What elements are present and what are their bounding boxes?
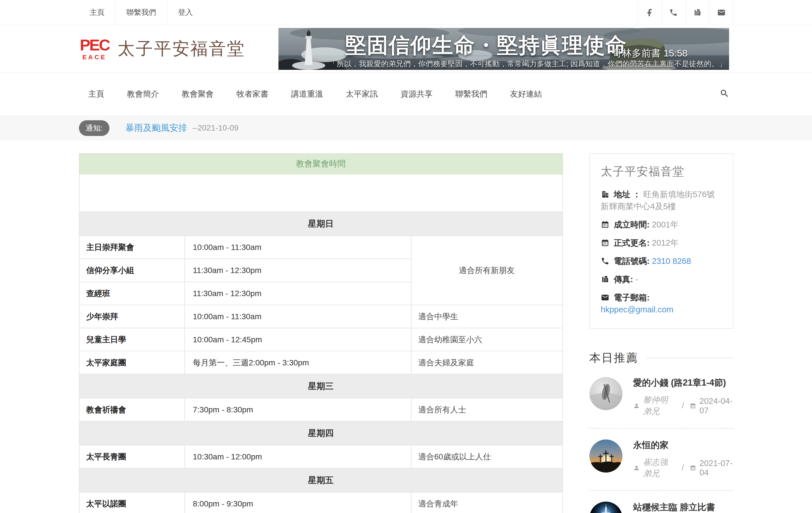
meeting-name: 太平以諾團 xyxy=(79,492,185,513)
recommend-item-author: 黎仲明弟兄 xyxy=(643,394,676,417)
utility-link-contact[interactable]: 聯繫我們 xyxy=(115,0,167,25)
table-row: 太平家庭團 每月第一、三週2:00pm - 3:30pm 適合夫婦及家庭 xyxy=(79,351,562,374)
meeting-note: 適合所有人士 xyxy=(411,398,562,421)
table-spacer-row xyxy=(79,174,562,212)
recommend-item-meta: 崔志強弟兄 / 2021-07-04 xyxy=(633,457,733,479)
recommend-item-body: 站穩候主臨 腓立比書3:17-4：1 孫肇皿弟兄 / 2024-01-14 xyxy=(633,502,733,513)
day-header-sunday: 星期日 xyxy=(79,212,562,236)
nav-item-contact[interactable]: 聯繫我們 xyxy=(444,89,499,99)
site-title: 太子平安福音堂 xyxy=(118,37,245,60)
table-row: 教會祈禱會 7:30pm - 8:30pm 適合所有人士 xyxy=(79,398,562,421)
fax-icon[interactable] xyxy=(686,0,709,25)
notice-badge: 通知: xyxy=(79,120,110,136)
recommend-thumbnail-crosses[interactable] xyxy=(589,439,622,473)
banner-verse: 「所以，我親愛的弟兄們，你們務要堅固，不可搖動，常常竭力多做主工; 因爲知道，你… xyxy=(329,59,726,69)
nav-item-news[interactable]: 太平家訊 xyxy=(335,89,389,99)
notice-date: --2021-10-09 xyxy=(193,123,238,133)
table-row: 太平以諾團 8:00pm - 9:30pm 適合青成年 xyxy=(79,492,562,513)
email-icon[interactable] xyxy=(709,0,733,25)
notice-link[interactable]: 暴雨及颱風安排 xyxy=(125,122,187,134)
church-info-card: 太子平安福音堂 地址 ： 旺角新填地街576號新輝商業中心4及5樓 成立時間: … xyxy=(589,153,733,329)
recommend-list: 愛的小錢 (路21章1-4節) 黎仲明弟兄 / 2024-04-07 xyxy=(589,377,733,513)
meeting-note: 適合青成年 xyxy=(411,492,562,513)
nav-item-home[interactable]: 主頁 xyxy=(79,89,116,99)
utility-link-home[interactable]: 主頁 xyxy=(79,0,115,25)
banner-headline: 堅固信仰生命・堅持眞理使命 xyxy=(345,31,627,60)
facebook-icon[interactable] xyxy=(638,0,662,25)
founded-label: 成立時間: xyxy=(614,220,650,229)
recommend-item-title[interactable]: 永恒的家 xyxy=(633,439,733,451)
recommend-item-date: 2021-07-04 xyxy=(699,459,733,477)
meeting-note: 適合夫婦及家庭 xyxy=(411,351,562,374)
list-item: 愛的小錢 (路21章1-4節) 黎仲明弟兄 / 2024-04-07 xyxy=(589,377,733,428)
person-icon xyxy=(633,402,640,410)
recommend-thumbnail-feather[interactable] xyxy=(589,377,622,410)
meeting-time: 11:30am - 12:30pm xyxy=(185,282,411,305)
banner-scripture-reference: 哥林多前書 15:58 xyxy=(612,47,688,60)
meeting-note: 適合中學生 xyxy=(411,305,562,328)
list-item: 站穩候主臨 腓立比書3:17-4：1 孫肇皿弟兄 / 2024-01-14 xyxy=(589,502,733,513)
meta-separator: / xyxy=(682,463,684,473)
utility-links: 主頁 聯繫我們 登入 xyxy=(79,0,204,25)
meeting-name: 太平家庭團 xyxy=(79,351,185,374)
recommend-item-title[interactable]: 愛的小錢 (路21章1-4節) xyxy=(633,377,733,389)
recommend-heading: 本日推薦 xyxy=(589,350,638,366)
meeting-time: 10:00am - 11:30am xyxy=(185,236,411,259)
church-renamed-row: 正式更名: 2012年 xyxy=(601,237,722,249)
phone-link[interactable]: 2310 8268 xyxy=(652,256,691,266)
meeting-time: 8:00pm - 9:30pm xyxy=(185,492,411,513)
top-utility-bar: 主頁 聯繫我們 登入 xyxy=(0,0,812,25)
meeting-name: 少年崇拜 xyxy=(79,305,185,328)
fax-value: - xyxy=(635,275,638,284)
nav-item-pastor-letters[interactable]: 牧者家書 xyxy=(225,89,280,99)
recommend-item-meta: 黎仲明弟兄 / 2024-04-07 xyxy=(633,394,733,417)
meeting-time: 10:00am - 11:30am xyxy=(185,305,411,328)
day-header-friday: 星期五 xyxy=(79,468,562,492)
site-header: PEC EACE 太子平安福音堂 xyxy=(0,25,812,73)
building-icon xyxy=(601,190,609,199)
meeting-name: 信仰分享小組 xyxy=(79,259,185,282)
calendar-icon xyxy=(601,220,609,229)
table-caption: 教會聚會時間 xyxy=(79,153,562,174)
meta-separator: / xyxy=(682,401,684,410)
person-icon xyxy=(633,464,640,472)
notice-band: 通知: 暴雨及颱風安排 --2021-10-09 xyxy=(0,115,812,141)
church-info-title: 太子平安福音堂 xyxy=(601,164,722,179)
nav-item-resources[interactable]: 資源共享 xyxy=(389,89,444,99)
logo-mark: PEC EACE xyxy=(79,37,110,60)
email-icon xyxy=(601,293,609,302)
phone-icon[interactable] xyxy=(662,0,686,25)
meeting-note-merged: 適合所有新朋友 xyxy=(411,236,562,305)
nav-item-about[interactable]: 教會簡介 xyxy=(116,89,170,99)
social-icons xyxy=(638,0,733,25)
main-nav: 主頁 教會簡介 教會聚會 牧者家書 講道重溫 太平家訊 資源共享 聯繫我們 友好… xyxy=(0,73,812,115)
meeting-name: 查經班 xyxy=(79,282,185,305)
heading-rule xyxy=(646,358,733,358)
nav-item-sermons[interactable]: 講道重溫 xyxy=(280,89,335,99)
site-logo[interactable]: PEC EACE 太子平安福音堂 xyxy=(79,37,245,60)
logo-letters-small: EACE xyxy=(79,54,110,60)
recommend-item-title[interactable]: 站穩候主臨 腓立比書3:17-4：1 xyxy=(633,502,733,513)
utility-link-login[interactable]: 登入 xyxy=(167,0,204,25)
meeting-schedule-table: 教會聚會時間 星期日 主日崇拜聚會 10:00am - 11:30am 適合所有… xyxy=(79,153,563,513)
day-header-thursday: 星期四 xyxy=(79,421,562,445)
recommend-item-author: 崔志強弟兄 xyxy=(643,457,676,479)
meeting-time: 每月第一、三週2:00pm - 3:30pm xyxy=(185,351,411,374)
meeting-name: 主日崇拜聚會 xyxy=(79,236,185,259)
meeting-time: 10:30am - 12:00pm xyxy=(185,445,411,468)
church-phone-row: 電話號碼: 2310 8268 xyxy=(601,255,722,267)
table-row: 少年崇拜 10:00am - 11:30am 適合中學生 xyxy=(79,305,562,328)
email-label: 電子郵箱: xyxy=(614,293,650,302)
fax-icon xyxy=(601,275,609,284)
meeting-name: 太平長青團 xyxy=(79,445,185,468)
search-icon[interactable] xyxy=(720,89,733,99)
daily-recommend-section: 本日推薦 xyxy=(589,350,733,513)
main-nav-items: 主頁 教會簡介 教會聚會 牧者家書 講道重溫 太平家訊 資源共享 聯繫我們 友好… xyxy=(79,89,553,99)
recommend-thumbnail-glowing-cross[interactable] xyxy=(589,502,622,513)
nav-item-meetings[interactable]: 教會聚會 xyxy=(170,89,225,99)
church-email-row: 電子郵箱: hkppec@gmail.com xyxy=(601,291,722,315)
church-address-row: 地址 ： 旺角新填地街576號新輝商業中心4及5樓 xyxy=(601,189,722,212)
email-link[interactable]: hkppec@gmail.com xyxy=(601,305,673,314)
nav-item-links[interactable]: 友好連結 xyxy=(499,89,553,99)
table-row: 兒童主日學 10:00am - 12:45pm 適合幼稚園至小六 xyxy=(79,328,562,351)
